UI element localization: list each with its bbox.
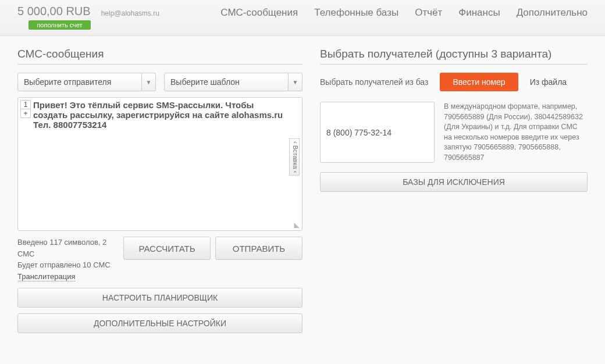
nav-extra[interactable]: Дополнительно <box>517 7 588 19</box>
extra-settings-button[interactable]: ДОПОЛНИТЕЛЬНЫЕ НАСТРОЙКИ <box>17 313 302 333</box>
message-textarea[interactable] <box>33 100 286 228</box>
main-nav: СМС-сообщения Телефонные базы Отчёт Фина… <box>220 7 588 19</box>
support-email[interactable]: help@alohasms.ru <box>101 9 159 17</box>
nav-bases[interactable]: Телефонные базы <box>314 7 398 19</box>
nav-report[interactable]: Отчёт <box>415 7 442 19</box>
sender-select[interactable]: Выберите отправителя ▼ <box>17 73 156 91</box>
nav-sms[interactable]: СМС-сообщения <box>220 7 298 19</box>
insert-variable-tab[interactable]: ‹ Вставка ‹ <box>289 138 300 176</box>
recipients-title: Выбрать получателей (доступны 3 варианта… <box>320 48 588 65</box>
tab-from-file[interactable]: Из файла <box>530 77 567 87</box>
exclude-bases-button[interactable]: БАЗЫ ДЛЯ ИСКЛЮЧЕНИЯ <box>320 172 588 192</box>
scheduler-button[interactable]: НАСТРОИТЬ ПЛАНИРОВЩИК <box>17 288 302 308</box>
calculate-button[interactable]: РАССЧИТАТЬ <box>123 237 211 260</box>
sender-select-value: Выберите отправителя <box>17 73 142 91</box>
chars-counter: Введено 117 символов, 2 СМС <box>17 237 119 259</box>
phone-input[interactable] <box>320 102 435 163</box>
resize-handle-icon[interactable]: ◢ <box>293 223 301 228</box>
chevron-down-icon[interactable]: ▼ <box>142 73 156 91</box>
send-button[interactable]: ОТПРАВИТЬ <box>215 237 302 260</box>
topup-button[interactable]: пополнить счет <box>29 20 90 30</box>
tab-enter-number[interactable]: Ввести номер <box>440 73 518 91</box>
sms-section-title: СМС-сообщения <box>17 48 302 65</box>
tab-from-db[interactable]: Выбрать получателей из баз <box>320 77 428 87</box>
message-part-counter[interactable]: 1 + <box>20 100 31 118</box>
phone-hint: В международном формате, например, 79056… <box>444 102 588 163</box>
transliteration-link[interactable]: Транслитерация <box>17 272 75 281</box>
template-select-value: Выберите шаблон <box>164 73 289 91</box>
chevron-down-icon[interactable]: ▼ <box>289 73 302 91</box>
template-select[interactable]: Выберите шаблон ▼ <box>164 73 302 91</box>
balance-amount: 5 000,00 RUB <box>17 5 91 18</box>
nav-finance[interactable]: Финансы <box>458 7 500 19</box>
send-counter: Будет отправлено 10 СМС <box>17 259 119 271</box>
